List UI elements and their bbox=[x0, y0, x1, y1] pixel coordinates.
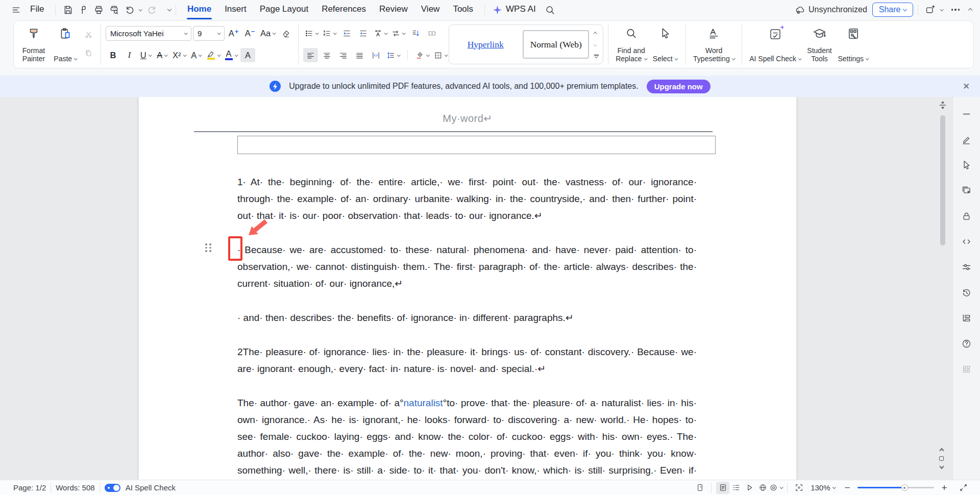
zoom-in-button[interactable]: + bbox=[939, 482, 949, 493]
font-name-select[interactable]: Microsoft YaHei bbox=[106, 26, 191, 41]
document-body[interactable]: 1· At· the· beginning· of· the· entire· … bbox=[237, 174, 697, 480]
align-center-button[interactable] bbox=[320, 48, 334, 62]
format-painter-button[interactable]: FormatPainter bbox=[18, 23, 50, 65]
strikethrough-button[interactable]: A bbox=[155, 48, 169, 62]
tab-wps-ai[interactable]: WPS AI bbox=[505, 0, 543, 19]
decrease-font-button[interactable]: A− bbox=[242, 27, 257, 41]
collapse-ribbon-icon[interactable] bbox=[968, 8, 972, 12]
navigation-pane-icon[interactable] bbox=[961, 312, 972, 324]
hamburger-menu-icon[interactable] bbox=[8, 2, 23, 17]
font-color-button[interactable]: A bbox=[224, 48, 239, 62]
lock-icon[interactable] bbox=[961, 210, 972, 221]
styles-scroll-up-icon[interactable] bbox=[594, 32, 597, 35]
tab-page-layout[interactable]: Page Layout bbox=[253, 0, 315, 19]
align-right-button[interactable] bbox=[336, 48, 351, 62]
apps-grid-icon[interactable] bbox=[961, 363, 972, 375]
play-slideshow-icon[interactable] bbox=[743, 482, 756, 494]
naturalist-link[interactable]: naturalist bbox=[404, 398, 443, 408]
search-icon[interactable] bbox=[543, 2, 558, 17]
styles-scroll-down-icon[interactable] bbox=[594, 43, 597, 46]
tab-view[interactable]: View bbox=[414, 0, 447, 19]
collapse-panel-icon[interactable] bbox=[961, 108, 972, 119]
zoom-out-button[interactable]: − bbox=[842, 482, 852, 493]
numbering-button[interactable] bbox=[321, 26, 338, 40]
highlight-button[interactable] bbox=[205, 48, 222, 62]
word-count[interactable]: Words: 508 bbox=[56, 483, 94, 492]
history-dropdown-icon[interactable] bbox=[167, 7, 172, 11]
fullscreen-icon[interactable] bbox=[957, 482, 970, 494]
decrease-indent-button[interactable] bbox=[339, 26, 354, 40]
change-case-button[interactable]: Aa bbox=[259, 27, 277, 41]
superscript-button[interactable]: X² bbox=[171, 48, 187, 62]
outline-view-icon[interactable] bbox=[729, 482, 743, 494]
pdf-export-icon[interactable] bbox=[76, 2, 91, 17]
web-view-icon[interactable] bbox=[756, 482, 769, 494]
paragraph-4[interactable]: 2The· pleasure· of· ignorance· lies· in·… bbox=[237, 343, 697, 377]
style-normal-web[interactable]: Normal (Web) bbox=[523, 30, 589, 59]
browse-object-icon[interactable] bbox=[939, 456, 944, 461]
italic-button[interactable]: I bbox=[122, 48, 137, 62]
paste-button[interactable]: Paste bbox=[50, 23, 81, 65]
show-marks-button[interactable] bbox=[425, 26, 439, 40]
page-view-icon[interactable] bbox=[716, 482, 729, 494]
ai-spell-check-button[interactable]: AI Spell Check bbox=[747, 23, 803, 65]
tab-tools[interactable]: Tools bbox=[446, 0, 480, 19]
vertical-scrollbar[interactable] bbox=[939, 100, 946, 477]
sort-button[interactable] bbox=[408, 26, 423, 40]
ai-spell-check-toggle[interactable] bbox=[105, 484, 120, 492]
next-page-icon[interactable] bbox=[940, 464, 943, 468]
text-effect-button[interactable]: A bbox=[189, 48, 204, 62]
borders-button[interactable] bbox=[432, 48, 449, 62]
tab-review[interactable]: Review bbox=[373, 0, 414, 19]
font-size-select[interactable]: 9 bbox=[193, 26, 225, 41]
preferences-sliders-icon[interactable] bbox=[961, 261, 972, 273]
student-tools-button[interactable]: StudentTools bbox=[804, 23, 836, 65]
save-icon[interactable] bbox=[60, 2, 76, 17]
ruler-toggle-icon[interactable] bbox=[939, 101, 946, 109]
shading-button[interactable] bbox=[414, 48, 431, 62]
tab-insert[interactable]: Insert bbox=[218, 0, 253, 19]
zoom-dropdown-icon[interactable] bbox=[832, 485, 836, 488]
underline-button[interactable]: U bbox=[138, 48, 153, 62]
clear-format-button[interactable] bbox=[279, 27, 293, 41]
print-preview-icon[interactable] bbox=[106, 2, 121, 17]
bold-button[interactable]: B bbox=[106, 48, 120, 62]
print-icon[interactable] bbox=[91, 2, 106, 17]
styles-more-icon[interactable] bbox=[594, 55, 599, 57]
more-options-icon[interactable] bbox=[948, 2, 963, 17]
justify-button[interactable] bbox=[352, 48, 367, 62]
paragraph-drag-handle[interactable] bbox=[205, 243, 211, 252]
undo-button[interactable] bbox=[121, 2, 137, 17]
find-replace-button[interactable]: Find andReplace bbox=[613, 23, 649, 65]
zoom-slider[interactable] bbox=[857, 487, 934, 488]
new-tab-dropdown-icon[interactable] bbox=[940, 8, 943, 11]
copy-button-disabled[interactable] bbox=[81, 46, 96, 60]
paragraph-2[interactable]: · Because· we· are· accustomed· to· thes… bbox=[237, 241, 697, 292]
banner-close-icon[interactable]: ✕ bbox=[961, 81, 972, 92]
eye-protection-icon[interactable] bbox=[769, 482, 782, 494]
tab-references[interactable]: References bbox=[315, 0, 373, 19]
code-icon[interactable] bbox=[961, 236, 972, 247]
undo-dropdown-icon[interactable] bbox=[139, 8, 142, 11]
increase-font-button[interactable]: A+ bbox=[226, 27, 241, 41]
bullets-button[interactable] bbox=[303, 26, 320, 40]
distribute-button[interactable] bbox=[369, 48, 383, 62]
document-page[interactable]: My·word↵ 1· At· the· beginning· of· the·… bbox=[139, 97, 796, 480]
menu-file[interactable]: File bbox=[23, 0, 51, 19]
redo-button-disabled[interactable] bbox=[145, 2, 160, 17]
char-scale-button[interactable] bbox=[372, 26, 389, 40]
style-hyperlink[interactable]: Hyperlink bbox=[452, 30, 519, 59]
tab-home[interactable]: Home bbox=[181, 0, 218, 19]
paragraph-1[interactable]: 1· At· the· beginning· of· the· entire· … bbox=[237, 174, 697, 224]
settings-button[interactable]: Settings bbox=[836, 23, 871, 65]
line-spacing-button[interactable] bbox=[385, 48, 402, 62]
text-direction-button[interactable] bbox=[390, 26, 407, 40]
paragraph-5[interactable]: The· author· gave· an· example· of· a°na… bbox=[237, 394, 697, 480]
new-tab-icon[interactable] bbox=[923, 2, 938, 17]
help-icon[interactable] bbox=[961, 338, 972, 349]
select-button[interactable]: Select bbox=[649, 23, 681, 65]
char-shading-button[interactable]: A bbox=[240, 48, 255, 62]
zoom-slider-handle[interactable] bbox=[901, 484, 908, 491]
scrollbar-thumb[interactable] bbox=[940, 115, 945, 245]
align-left-button[interactable] bbox=[303, 48, 318, 62]
